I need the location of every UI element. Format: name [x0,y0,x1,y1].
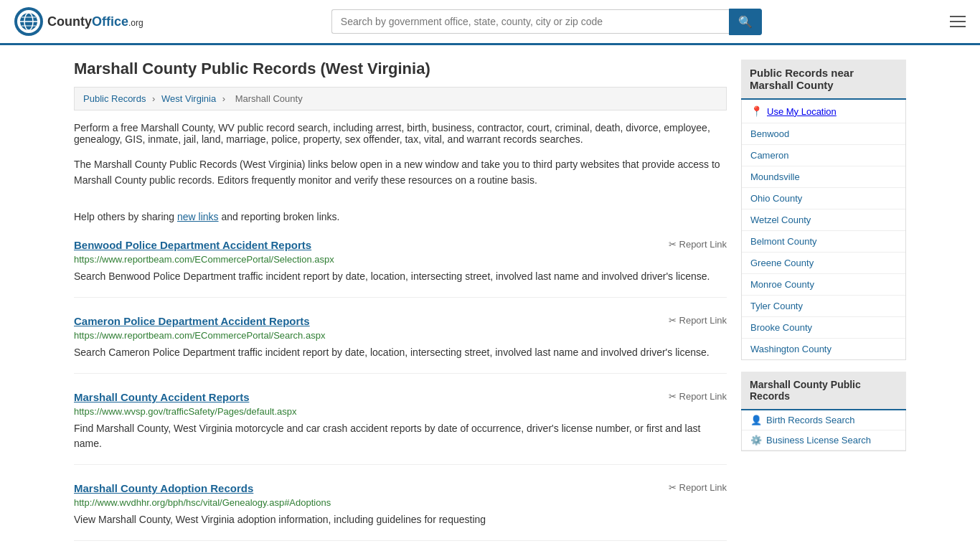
nearby-section: Public Records near Marshall County 📍 Us… [741,60,906,360]
record-title-marshall-accident[interactable]: Marshall County Accident Reports [74,391,249,403]
sidebar-birth-records: 👤 Birth Records Search [742,410,905,430]
location-pin-icon: 📍 [750,105,763,117]
breadcrumb-public-records[interactable]: Public Records [83,93,146,104]
record-url-marshall-accident: https://www.wvsp.gov/trafficSafety/Pages… [74,406,727,417]
record-title-cameron[interactable]: Cameron Police Department Accident Repor… [74,315,310,327]
description3: Help others by sharing new links and rep… [74,209,727,225]
content: Marshall County Public Records (West Vir… [74,60,727,551]
sidebar-link-benwood: Benwood [742,123,905,145]
birth-records-icon: 👤 [750,415,762,425]
record-marshall-adoption: Marshall County Adoption Records ✂ Repor… [74,482,727,541]
sidebar: Public Records near Marshall County 📍 Us… [741,60,906,551]
new-links[interactable]: new links [177,211,219,222]
search-input[interactable] [331,9,729,34]
nearby-section-title: Public Records near Marshall County [741,60,906,100]
report-link-marshall-adoption[interactable]: ✂ Report Link [669,482,727,493]
record-url-marshall-adoption: http://www.wvdhhr.org/bph/hsc/vital/Gene… [74,497,727,508]
report-link-benwood[interactable]: ✂ Report Link [669,239,727,250]
sidebar-link-ohio-county: Ohio County [742,188,905,209]
public-records-section: Marshall County Public Records 👤 Birth R… [741,372,906,451]
search-icon: 🔍 [738,16,753,28]
report-link-icon: ✂ [669,239,677,250]
sidebar-link-belmont-county: Belmont County [742,231,905,253]
breadcrumb-west-virginia[interactable]: West Virginia [161,93,216,104]
record-benwood-police: Benwood Police Department Accident Repor… [74,239,727,298]
record-cameron-police: Cameron Police Department Accident Repor… [74,315,727,374]
sidebar-link-cameron: Cameron [742,145,905,166]
sidebar-link-washington-county: Washington County [742,339,905,359]
logo-area: CountyOffice.org [14,7,143,36]
breadcrumb-marshall-county: Marshall County [235,93,303,104]
record-desc-cameron: Search Cameron Police Department traffic… [74,345,727,360]
menu-icon[interactable] [950,16,966,27]
records-list: Benwood Police Department Accident Repor… [74,239,727,541]
record-title-marshall-adoption[interactable]: Marshall County Adoption Records [74,482,253,494]
report-link-icon-adoption: ✂ [669,482,677,493]
report-link-marshall-accident[interactable]: ✂ Report Link [669,391,727,402]
logo-icon [14,7,43,36]
sidebar-link-brooke-county: Brooke County [742,317,905,339]
sidebar-link-wetzel-county: Wetzel County [742,209,905,231]
public-records-section-title: Marshall County Public Records [741,372,906,410]
record-desc-benwood: Search Benwood Police Department traffic… [74,269,727,284]
search-area: 🔍 [331,9,762,35]
sidebar-link-tyler-county: Tyler County [742,296,905,317]
sidebar-business-license: ⚙️ Business License Search [742,430,905,451]
use-my-location-link[interactable]: Use My Location [767,106,837,117]
sidebar-link-monroe-county: Monroe County [742,274,905,296]
birth-records-link[interactable]: Birth Records Search [766,415,855,425]
search-button[interactable]: 🔍 [729,9,762,35]
record-url-benwood: https://www.reportbeam.com/ECommercePort… [74,254,727,265]
business-license-icon: ⚙️ [750,435,762,446]
page-title: Marshall County Public Records (West Vir… [74,60,727,78]
use-my-location[interactable]: 📍 Use My Location [742,100,905,123]
record-title-benwood[interactable]: Benwood Police Department Accident Repor… [74,239,311,251]
report-link-icon-marshall: ✂ [669,391,677,402]
business-license-link[interactable]: Business License Search [766,435,871,446]
description1: Perform a free Marshall County, WV publi… [74,122,727,145]
sidebar-link-moundsville: Moundsville [742,166,905,188]
report-link-icon-cameron: ✂ [669,315,677,326]
header: CountyOffice.org 🔍 [0,0,980,45]
logo-text: CountyOffice.org [47,14,143,29]
nearby-links: 📍 Use My Location Benwood Cameron Mounds… [741,100,906,360]
record-desc-marshall-accident: Find Marshall County, West Virginia moto… [74,421,727,451]
main-container: Marshall County Public Records (West Vir… [60,45,920,551]
public-records-links: 👤 Birth Records Search ⚙️ Business Licen… [741,410,906,451]
sidebar-link-greene-county: Greene County [742,253,905,274]
record-desc-marshall-adoption: View Marshall County, West Virginia adop… [74,512,727,527]
breadcrumb: Public Records › West Virginia › Marshal… [74,87,727,110]
report-link-cameron[interactable]: ✂ Report Link [669,315,727,326]
record-url-cameron: https://www.reportbeam.com/ECommercePort… [74,330,727,341]
description2: The Marshall County Public Records (West… [74,156,727,189]
record-marshall-accident: Marshall County Accident Reports ✂ Repor… [74,391,727,465]
